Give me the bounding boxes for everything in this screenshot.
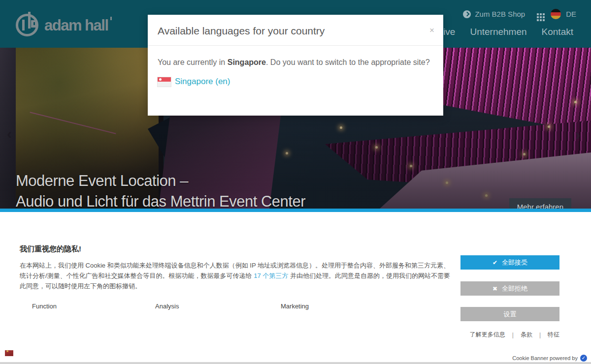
carousel-next-icon[interactable]: ›	[575, 127, 580, 142]
category-analysis[interactable]: Analysis	[155, 303, 179, 310]
nav-item-kontakt[interactable]: Kontakt	[542, 27, 573, 37]
hero-title-line1: Moderne Event Location –	[16, 171, 305, 191]
mehr-erfahren-button[interactable]: Mehr erfahren	[509, 198, 571, 209]
more-info-link[interactable]: 了解更多信息	[470, 331, 505, 339]
close-icon[interactable]: ×	[429, 26, 434, 35]
modal-message-prefix: You are currently in	[158, 58, 228, 66]
settings-button[interactable]: 设置	[460, 307, 559, 321]
cookie-consent-banner: 我们重视您的隐私! 在本网站上，我们使用 Cookie 和类似功能来处理终端设备…	[0, 212, 591, 364]
cookie-description: 在本网站上，我们使用 Cookie 和类似功能来处理终端设备信息和个人数据（例如…	[20, 260, 456, 291]
check-icon: ✔	[492, 260, 497, 266]
b2b-shop-label: Zum B2B Shop	[475, 10, 525, 18]
cookie-categories: Function Analysis Marketing	[0, 303, 374, 312]
adam-hall-logo-icon	[16, 14, 38, 36]
singapore-flag-icon	[158, 77, 171, 87]
page: adam hall Zum B2B Shop DE Us Live Untern…	[0, 0, 591, 364]
x-icon: ✖	[492, 286, 497, 292]
adam-hall-logo[interactable]: adam hall	[16, 14, 112, 36]
arrow-circle-icon	[463, 10, 471, 18]
apps-grid-icon[interactable]	[537, 13, 539, 15]
germany-flag-icon	[551, 9, 561, 19]
logo-wordmark: adam hall	[44, 18, 108, 33]
cookie-bottom-bar	[0, 362, 591, 364]
hero-title-line2: Audio und Licht für das Mettrin Event Ce…	[16, 191, 305, 209]
language-modal: Available languages for your country × Y…	[148, 15, 443, 116]
reject-all-button[interactable]: ✖ 全部拒绝	[460, 281, 559, 296]
carousel-prev-icon[interactable]: ‹	[7, 126, 12, 141]
modal-title: Available languages for your country	[158, 25, 433, 37]
modal-message-suffix: . Do you want to switch to the appropria…	[266, 58, 430, 66]
modal-country: Singapore	[228, 58, 266, 66]
singapore-language-link[interactable]: Singapore (en)	[158, 77, 433, 87]
consent-language-flag-icon[interactable]: ★	[5, 350, 13, 356]
singapore-link-label: Singapore (en)	[175, 77, 230, 87]
link-separator: |	[512, 332, 514, 338]
modal-message: You are currently in Singapore. Do you w…	[158, 56, 433, 69]
third-parties-link[interactable]: 17 个第三方	[254, 272, 288, 279]
modal-header: Available languages for your country ×	[148, 15, 443, 46]
category-function[interactable]: Function	[32, 303, 57, 310]
category-marketing[interactable]: Marketing	[281, 303, 309, 310]
accent-divider	[0, 209, 591, 212]
powered-by: Cookie Banner powered by ✓	[512, 355, 587, 362]
terms-link[interactable]: 条款	[521, 331, 532, 339]
b2b-shop-link[interactable]: Zum B2B Shop	[463, 10, 525, 18]
logo-trademark-mark	[110, 17, 112, 20]
modal-body: You are currently in Singapore. Do you w…	[148, 46, 443, 97]
accept-all-label: 全部接受	[502, 258, 527, 267]
hero-title: Moderne Event Location – Audio und Licht…	[16, 171, 305, 209]
reject-all-label: 全部拒绝	[502, 284, 527, 293]
nav-item-unternehmen[interactable]: Unternehmen	[470, 27, 526, 37]
cookie-heading: 我们重视您的隐私!	[20, 244, 81, 254]
main-nav: Us Live Unternehmen Kontakt	[424, 27, 573, 37]
cookie-footer-links: 了解更多信息 | 条款 | 特征	[470, 331, 559, 339]
powered-by-label: Cookie Banner powered by	[512, 355, 578, 361]
accept-all-button[interactable]: ✔ 全部接受	[460, 255, 559, 270]
language-switcher[interactable]: DE	[551, 9, 576, 19]
language-code-label: DE	[566, 10, 576, 18]
flag-star-icon: ★	[6, 349, 9, 353]
settings-label: 设置	[504, 310, 517, 319]
header-utility-row: Zum B2B Shop DE	[463, 9, 576, 19]
features-link[interactable]: 特征	[548, 331, 559, 339]
link-separator: |	[539, 332, 541, 338]
consentmanager-logo-icon[interactable]: ✓	[580, 355, 587, 362]
